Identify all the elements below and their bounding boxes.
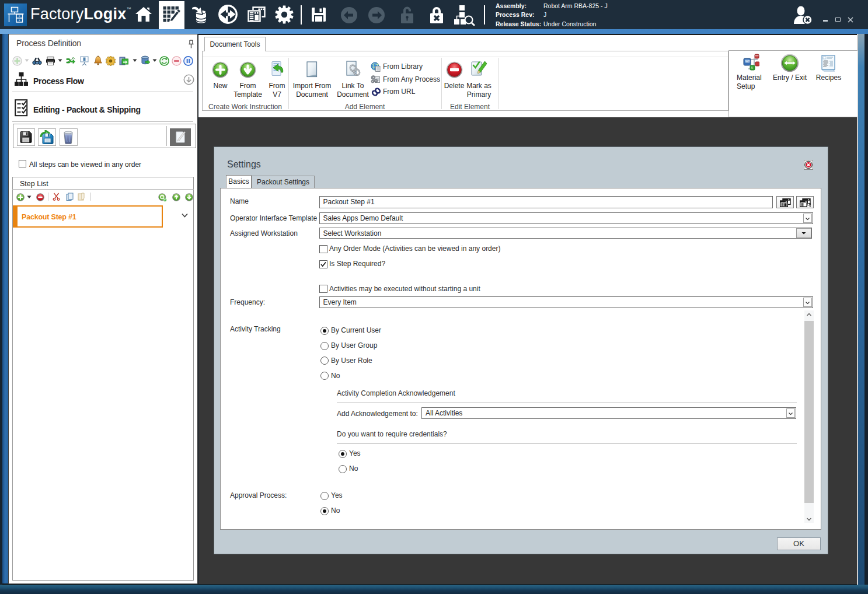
svg-text:A: A bbox=[751, 67, 753, 69]
svg-text:WO: WO bbox=[745, 60, 750, 63]
